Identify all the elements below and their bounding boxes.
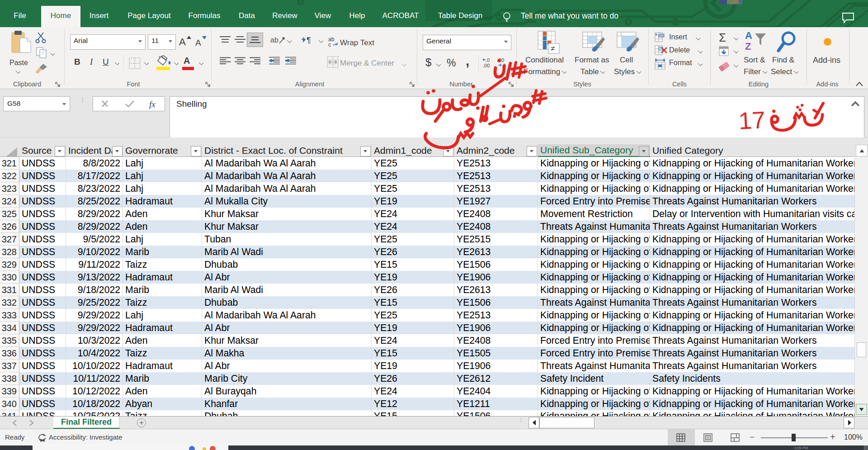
- svg-text:.0: .0: [502, 63, 506, 68]
- svg-text:.00: .00: [497, 57, 504, 63]
- svg-text:c: c: [328, 42, 331, 47]
- svg-text:A: A: [745, 30, 752, 41]
- svg-text:¶: ¶: [307, 36, 311, 44]
- svg-text:ab: ab: [270, 36, 278, 44]
- svg-text:≠: ≠: [551, 44, 555, 53]
- svg-text:.00: .00: [483, 63, 490, 68]
- svg-text:.0: .0: [486, 57, 490, 63]
- svg-text:Z: Z: [745, 41, 751, 52]
- svg-text:fx: fx: [149, 99, 156, 109]
